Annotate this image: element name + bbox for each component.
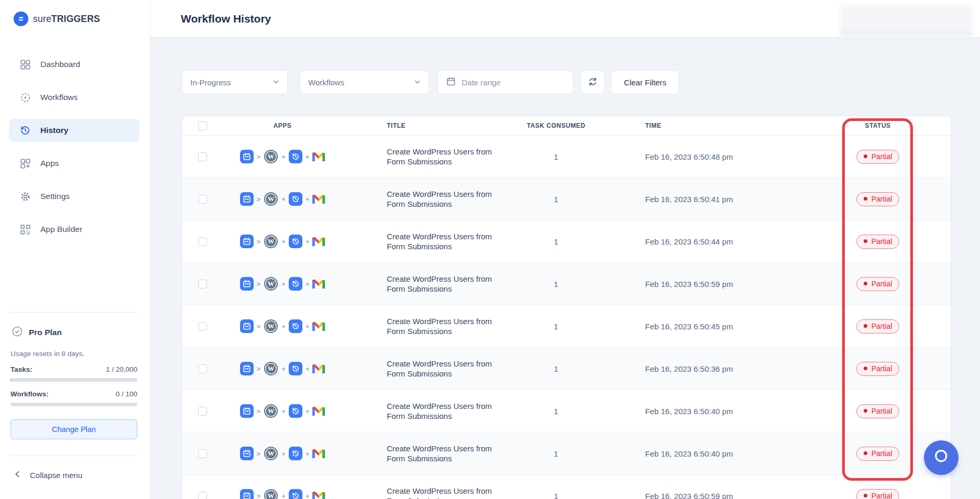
row-checkbox[interactable] <box>198 449 207 458</box>
chat-widget-button[interactable] <box>924 440 959 475</box>
sidebar-item-app-builder[interactable]: App Builder <box>9 218 139 241</box>
task-consumed-value: 1 <box>506 407 606 416</box>
column-header-time[interactable]: TIME <box>606 122 805 129</box>
table-row[interactable]: > W + + Create WordPress Users from Form… <box>182 475 951 499</box>
sidebar-item-history[interactable]: History <box>9 119 139 142</box>
chevron-left-icon <box>14 470 21 480</box>
history-delay-icon <box>289 404 302 418</box>
top-header: Workflow History <box>150 0 980 38</box>
sidebar-item-label: App Builder <box>40 225 82 234</box>
status-badge: Partial <box>856 489 900 499</box>
column-header-status[interactable]: STATUS <box>805 122 951 129</box>
calendar-icon <box>446 76 456 88</box>
status-badge: Partial <box>856 404 900 418</box>
sidebar-item-dashboard[interactable]: Dashboard <box>9 53 139 76</box>
sidebar-item-label: Dashboard <box>40 60 80 69</box>
then-separator: > <box>257 365 261 373</box>
status-badge: Partial <box>856 150 900 164</box>
plus-separator: + <box>306 153 310 161</box>
select-all-checkbox[interactable] <box>198 121 207 130</box>
chevron-down-icon <box>273 78 279 87</box>
account-area-redacted[interactable] <box>840 5 973 37</box>
row-checkbox[interactable] <box>198 152 207 161</box>
sidebar-item-settings[interactable]: Settings <box>9 185 139 208</box>
workflow-filter-select[interactable]: Workflows <box>300 70 429 94</box>
column-header-title[interactable]: TITLE <box>343 121 506 131</box>
table-row[interactable]: > W + + Create WordPress Users from Form… <box>182 136 951 178</box>
row-checkbox[interactable] <box>198 364 207 373</box>
plus-separator: + <box>306 407 310 415</box>
sync-icon <box>587 76 598 88</box>
status-badge: Partial <box>856 319 900 334</box>
sidebar-item-workflows[interactable]: Workflows <box>9 86 139 109</box>
row-checkbox[interactable] <box>198 407 207 416</box>
row-checkbox[interactable] <box>198 492 207 499</box>
history-delay-icon <box>289 362 302 375</box>
gmail-icon <box>312 406 325 416</box>
suretriggers-logo[interactable]: sureTRIGGERS <box>14 12 100 26</box>
sidebar-divider <box>10 312 137 313</box>
date-range-placeholder: Date range <box>462 78 500 87</box>
workflows-value: 0 / 100 <box>116 390 137 398</box>
workflow-title: Create WordPress Users from Form Submiss… <box>387 486 501 499</box>
svg-text:W: W <box>268 365 275 372</box>
workflow-title: Create WordPress Users from Form Submiss… <box>387 231 501 251</box>
clear-filters-button[interactable]: Clear Filters <box>611 70 679 94</box>
wordpress-icon: W <box>264 192 278 206</box>
form-calendar-icon <box>240 447 254 460</box>
column-header-task-consumed[interactable]: TASK CONSUMED <box>506 122 606 129</box>
change-plan-button[interactable]: Change Plan <box>10 419 137 439</box>
table-row[interactable]: > W + + Create WordPress Users from Form… <box>182 433 951 475</box>
time-value: Feb 16, 2023 6:50:40 pm <box>606 407 805 416</box>
status-dot-icon <box>864 197 867 201</box>
workflows-label: Workflows: <box>10 390 49 398</box>
table-row[interactable]: > W + + Create WordPress Users from Form… <box>182 390 951 433</box>
svg-text:W: W <box>268 323 275 330</box>
plus-separator: + <box>306 450 310 458</box>
app-sequence: > W + + <box>222 319 343 334</box>
sidebar-nav: Dashboard Workflows History Apps Setting… <box>9 53 139 251</box>
sidebar-divider <box>10 456 137 456</box>
gmail-icon <box>312 194 325 204</box>
wordpress-icon: W <box>264 276 278 291</box>
sidebar-item-apps[interactable]: Apps <box>9 152 139 175</box>
settings-icon <box>19 191 31 202</box>
row-checkbox[interactable] <box>198 237 207 246</box>
page-title: Workflow History <box>181 0 271 38</box>
row-checkbox[interactable] <box>198 280 207 289</box>
row-checkbox[interactable] <box>198 195 207 204</box>
status-dot-icon <box>864 154 867 158</box>
task-consumed-value: 1 <box>506 195 606 204</box>
plus-separator: + <box>281 280 286 288</box>
svg-text:W: W <box>268 153 275 160</box>
collapse-menu-button[interactable]: Collapse menu <box>14 470 82 480</box>
sidebar: sureTRIGGERS Dashboard Workflows History… <box>0 0 150 499</box>
then-separator: > <box>257 195 261 203</box>
table-row[interactable]: > W + + Create WordPress Users from Form… <box>182 263 951 305</box>
form-calendar-icon <box>240 192 254 206</box>
time-value: Feb 16, 2023 6:50:59 pm <box>606 280 805 289</box>
status-dot-icon <box>864 239 867 243</box>
then-separator: > <box>257 280 261 288</box>
main-content: In-Progress Workflows Date range Clear F… <box>150 38 980 499</box>
brand-text: sureTRIGGERS <box>33 14 100 25</box>
history-delay-icon <box>289 192 302 206</box>
table-row[interactable]: > W + + Create WordPress Users from Form… <box>182 178 951 220</box>
status-filter-select[interactable]: In-Progress <box>182 70 288 94</box>
plus-separator: + <box>306 365 310 373</box>
table-row[interactable]: > W + + Create WordPress Users from Form… <box>182 348 951 390</box>
then-separator: > <box>257 492 261 499</box>
svg-text:W: W <box>268 238 275 245</box>
task-consumed-value: 1 <box>506 492 606 499</box>
plus-separator: + <box>306 195 310 203</box>
date-range-input[interactable]: Date range <box>438 70 573 94</box>
gmail-icon <box>312 364 325 373</box>
tasks-label: Tasks: <box>10 365 32 373</box>
row-checkbox[interactable] <box>198 322 207 331</box>
column-header-apps[interactable]: APPS <box>222 122 343 129</box>
table-row[interactable]: > W + + Create WordPress Users from Form… <box>182 220 951 263</box>
refresh-button[interactable] <box>581 70 605 94</box>
table-row[interactable]: > W + + Create WordPress Users from Form… <box>182 305 951 348</box>
app-sequence: > W + + <box>222 192 343 206</box>
gmail-icon <box>312 491 325 499</box>
